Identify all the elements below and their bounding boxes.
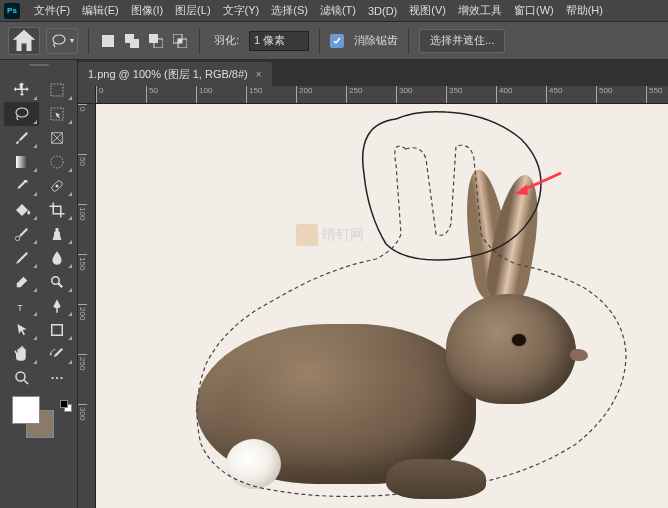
more-tools[interactable] [39,366,74,390]
options-bar: ▾ 羽化: 消除锯齿 选择并遮住... [0,22,668,60]
svg-rect-8 [178,39,182,43]
svg-point-18 [55,185,58,188]
foreground-color-swatch[interactable] [12,396,40,424]
clone-tool[interactable] [39,222,74,246]
healing-tool[interactable] [39,174,74,198]
crop-tool[interactable] [39,198,74,222]
svg-point-24 [51,377,53,379]
lasso-tool[interactable] [4,102,39,126]
add-selection-icon[interactable] [125,34,139,48]
vertical-ruler[interactable]: 050100150200250300 [78,104,96,508]
antialias-checkbox[interactable] [330,34,344,48]
menu-file[interactable]: 文件(F) [28,3,76,18]
svg-rect-9 [51,84,63,96]
document-tab[interactable]: 1.png @ 100% (图层 1, RGB/8#) × [78,62,272,86]
svg-rect-1 [102,35,114,47]
text-tool[interactable]: T [4,294,39,318]
pen-tool[interactable] [39,294,74,318]
svg-point-23 [16,372,25,381]
svg-point-19 [15,236,20,241]
menu-help[interactable]: 帮助(H) [560,3,609,18]
eyedropper-tool[interactable] [4,174,39,198]
menu-type[interactable]: 文字(Y) [217,3,266,18]
select-and-mask-button[interactable]: 选择并遮住... [419,29,505,53]
shape-tool[interactable] [39,318,74,342]
pencil-tool[interactable] [4,246,39,270]
document-tab-title: 1.png @ 100% (图层 1, RGB/8#) [88,67,248,82]
paint-bucket-tool[interactable] [4,198,39,222]
current-tool-lasso-icon[interactable]: ▾ [46,28,78,54]
svg-point-26 [60,377,62,379]
antialias-label: 消除锯齿 [354,33,398,48]
object-select-tool[interactable] [39,102,74,126]
marquee-tool[interactable] [39,78,74,102]
frame-tool[interactable] [39,126,74,150]
svg-rect-15 [16,156,28,168]
menu-layer[interactable]: 图层(L) [169,3,216,18]
zoom-tool[interactable] [4,366,39,390]
spot-heal-tool[interactable] [4,222,39,246]
new-selection-icon[interactable] [101,34,115,48]
path-select-tool[interactable] [4,318,39,342]
app-logo: Ps [4,3,20,19]
color-swatches[interactable] [12,396,62,446]
default-colors-icon[interactable] [60,400,72,412]
dodge-tool[interactable] [39,270,74,294]
tools-panel: T [0,60,78,508]
close-tab-icon[interactable]: × [256,69,262,80]
ruler-origin[interactable] [78,86,96,104]
svg-rect-22 [51,325,62,336]
menu-image[interactable]: 图像(I) [125,3,169,18]
menu-window[interactable]: 窗口(W) [508,3,560,18]
subtract-selection-icon[interactable] [149,34,163,48]
document-tab-bar: 1.png @ 100% (图层 1, RGB/8#) × [0,60,668,86]
hand-tool[interactable] [4,342,39,366]
feather-label: 羽化: [214,33,239,48]
menu-filter[interactable]: 滤镜(T) [314,3,362,18]
menu-plugins[interactable]: 增效工具 [452,3,508,18]
menu-bar: Ps 文件(F) 编辑(E) 图像(I) 图层(L) 文字(Y) 选择(S) 滤… [0,0,668,22]
svg-rect-3 [130,39,139,48]
svg-point-25 [55,377,57,379]
menu-edit[interactable]: 编辑(E) [76,3,125,18]
svg-point-16 [51,156,63,168]
horizontal-ruler[interactable]: 050100150200250300350400450500550 [96,86,668,104]
canvas[interactable]: 睛钉网 [96,104,668,508]
menu-select[interactable]: 选择(S) [265,3,314,18]
blur-tool[interactable] [39,246,74,270]
annotation-arrow [513,169,563,201]
home-button[interactable] [8,27,40,55]
canvas-area: 050100150200250300350400450500550 050100… [78,86,668,508]
gradient-tool[interactable] [4,150,39,174]
menu-3d[interactable]: 3D(D) [362,5,403,17]
history-brush-tool[interactable] [39,342,74,366]
lasso-path [96,104,668,508]
svg-point-20 [51,277,59,285]
move-tool[interactable] [4,78,39,102]
menu-view[interactable]: 视图(V) [403,3,452,18]
svg-text:T: T [17,304,22,313]
brush-tool[interactable] [4,126,39,150]
marquee-ellipse-tool[interactable] [39,150,74,174]
feather-input[interactable] [249,31,309,51]
intersect-selection-icon[interactable] [173,34,187,48]
eraser-tool[interactable] [4,270,39,294]
